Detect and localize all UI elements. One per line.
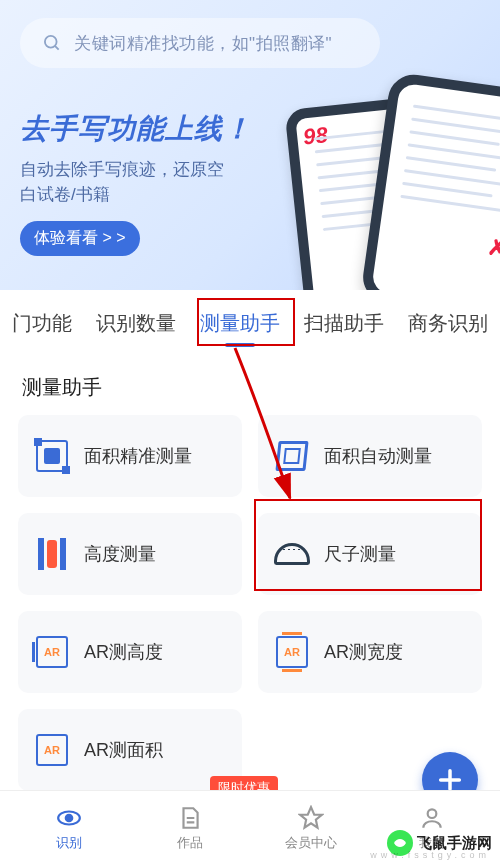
banner-copy: 去手写功能上线！ 自动去除手写痕迹，还原空 白试卷/书籍 体验看看 > > — [20, 110, 252, 256]
card-label: AR测高度 — [84, 640, 163, 664]
search-placeholder: 关键词精准找功能，如"拍照翻译" — [74, 32, 332, 55]
category-tabs-container: 门功能 识别数量 测量助手 扫描助手 商务识别 — [0, 290, 500, 354]
eye-icon — [56, 805, 82, 831]
ar-area-icon: AR — [34, 732, 70, 768]
nav-label: 识别 — [56, 834, 82, 852]
tab-business-recognize[interactable]: 商务识别 — [396, 304, 500, 343]
card-label: 面积精准测量 — [84, 444, 192, 468]
area-auto-icon — [274, 438, 310, 474]
card-ar-area[interactable]: AR AR测面积 — [18, 709, 242, 791]
tab-scan-assistant[interactable]: 扫描助手 — [292, 304, 396, 343]
card-area-precise[interactable]: 面积精准测量 — [18, 415, 242, 497]
nav-label: 会员中心 — [285, 834, 337, 852]
document-icon — [177, 805, 203, 831]
card-area-auto[interactable]: 面积自动测量 — [258, 415, 482, 497]
card-height[interactable]: 高度测量 — [18, 513, 242, 595]
nav-label: 作品 — [177, 834, 203, 852]
ruler-icon — [274, 536, 310, 572]
try-now-button[interactable]: 体验看看 > > — [20, 221, 140, 256]
tab-measure-assistant[interactable]: 测量助手 — [188, 304, 292, 343]
tab-recognize-count[interactable]: 识别数量 — [84, 304, 188, 343]
card-label: 面积自动测量 — [324, 444, 432, 468]
height-icon — [34, 536, 70, 572]
svg-point-3 — [65, 815, 72, 822]
phone-illustration: ✓ ✗ ✓ ✗ — [295, 82, 500, 290]
card-label: 尺子测量 — [324, 542, 396, 566]
card-label: 高度测量 — [84, 542, 156, 566]
promo-banner: 关键词精准找功能，如"拍照翻译" 去手写功能上线！ 自动去除手写痕迹，还原空 白… — [0, 0, 500, 290]
user-icon — [419, 805, 445, 831]
star-icon — [298, 805, 324, 831]
card-label: AR测宽度 — [324, 640, 403, 664]
measure-tools-grid: 面积精准测量 面积自动测量 高度测量 尺子测量 AR AR测高度 AR AR测宽… — [0, 415, 500, 791]
card-ar-width[interactable]: AR AR测宽度 — [258, 611, 482, 693]
category-tabs: 门功能 识别数量 测量助手 扫描助手 商务识别 — [0, 290, 500, 354]
ar-height-icon: AR — [34, 634, 70, 670]
nav-recognize[interactable]: 识别 — [29, 805, 109, 852]
section-title: 测量助手 — [0, 354, 500, 415]
banner-title: 去手写功能上线！ — [20, 110, 252, 148]
area-precise-icon — [34, 438, 70, 474]
svg-point-0 — [45, 36, 57, 48]
banner-subtitle: 自动去除手写痕迹，还原空 白试卷/书籍 — [20, 158, 252, 207]
card-label: AR测面积 — [84, 738, 163, 762]
search-input[interactable]: 关键词精准找功能，如"拍照翻译" — [20, 18, 380, 68]
card-ar-height[interactable]: AR AR测高度 — [18, 611, 242, 693]
nav-member-center[interactable]: 会员中心 — [271, 805, 351, 852]
tab-gate-function[interactable]: 门功能 — [0, 304, 84, 343]
search-icon — [42, 33, 62, 53]
card-ruler[interactable]: 尺子测量 — [258, 513, 482, 595]
svg-point-4 — [427, 809, 436, 818]
ar-width-icon: AR — [274, 634, 310, 670]
watermark-url: www.fsstgy.com — [370, 850, 490, 860]
nav-works[interactable]: 作品 — [150, 805, 230, 852]
svg-line-1 — [55, 46, 59, 50]
